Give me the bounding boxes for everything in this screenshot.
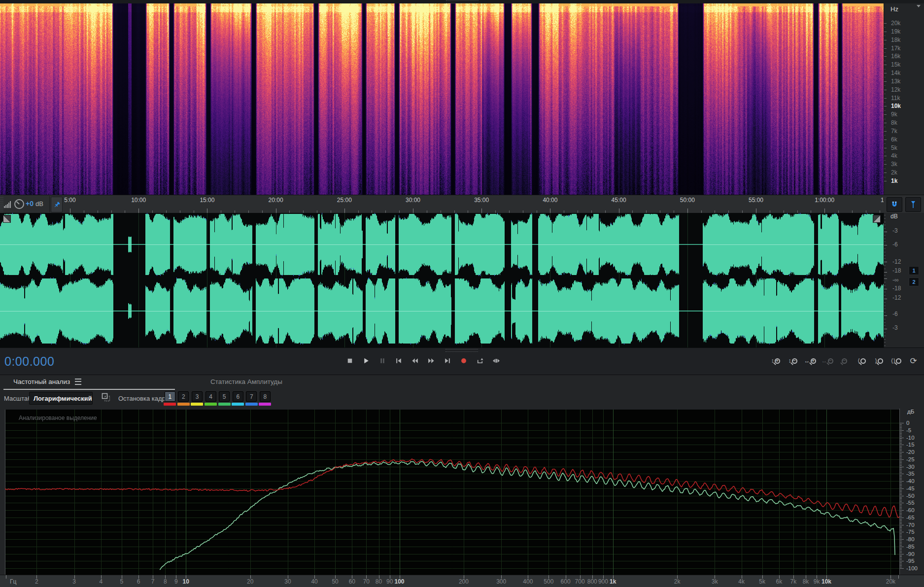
gain-display[interactable]: +0 dB	[26, 200, 43, 207]
hold-button-8[interactable]: 8	[260, 391, 271, 402]
tick	[900, 493, 902, 493]
play-button[interactable]	[360, 354, 373, 367]
zoom-in-time-button[interactable]: ↔+	[803, 354, 817, 367]
panel-grip[interactable]	[445, 349, 478, 352]
scale-dropdown-value: Логарифмический	[34, 395, 92, 402]
db-tick-label: -10	[906, 435, 915, 441]
frequency-tick-label: 5	[120, 578, 123, 585]
hold-button-1[interactable]: 1	[165, 391, 175, 402]
stop-button[interactable]	[343, 354, 356, 367]
tab-frequency-analysis[interactable]: Частотный анализ	[13, 378, 81, 385]
frequency-tick-label: 8	[164, 578, 167, 585]
skip-end-icon	[444, 357, 451, 365]
amplitude-tick-label: -3	[892, 228, 898, 234]
zoom-out-full-button[interactable]: −	[838, 354, 851, 367]
levels-icon[interactable]	[3, 200, 12, 210]
channel-badge-1[interactable]: 1	[909, 266, 919, 275]
hold-button-7[interactable]: 7	[246, 391, 257, 402]
tab-amplitude-statistics[interactable]: Статистика Амплитуды	[210, 378, 282, 385]
tick	[884, 275, 886, 276]
skip-start-icon	[395, 357, 403, 365]
frequency-analysis-panel: Частотный анализ Статистика Амплитуды Ма…	[0, 375, 924, 587]
frequency-tick-label: 2k	[891, 169, 897, 176]
tick	[900, 568, 904, 569]
frequency-tick-label: 500	[544, 578, 553, 585]
tick	[884, 269, 886, 269]
tick	[884, 65, 887, 65]
waveform-canvas[interactable]	[0, 213, 884, 347]
pin-button[interactable]	[51, 197, 63, 212]
pause-button[interactable]	[376, 354, 389, 367]
panel-menu-caret-icon[interactable]	[917, 5, 921, 7]
hold-button-3[interactable]: 3	[192, 391, 203, 402]
fast-forward-button[interactable]	[425, 354, 438, 367]
zoom-out-time-button[interactable]: ↔−	[821, 354, 834, 367]
tick	[900, 498, 902, 499]
hold-button-5[interactable]: 5	[219, 391, 230, 402]
tick	[900, 469, 902, 470]
zoom-in-amplitude-button[interactable]: ↕+	[769, 354, 782, 367]
zoom-selection-button[interactable]: ⟨⟩	[890, 354, 903, 367]
tick	[900, 504, 902, 505]
db-tick-label: -5	[906, 428, 911, 433]
tick	[900, 471, 902, 471]
panel-grip[interactable]	[0, 0, 924, 3]
snap-button[interactable]	[887, 197, 902, 212]
divider	[49, 196, 50, 212]
record-button[interactable]	[457, 354, 470, 367]
tick	[900, 443, 902, 444]
skip-to-start-button[interactable]	[392, 354, 405, 367]
tick	[900, 518, 904, 518]
tick	[900, 433, 902, 434]
tick	[884, 319, 886, 319]
tick	[884, 292, 886, 292]
tick	[884, 285, 886, 286]
marker-button[interactable]	[905, 197, 921, 212]
frequency-graph[interactable]	[5, 410, 899, 575]
zoom-out-amplitude-button[interactable]: ↕−	[786, 354, 799, 367]
tick	[900, 559, 902, 560]
tick	[884, 222, 886, 222]
db-tick-label: -45	[906, 486, 915, 491]
tick	[900, 472, 902, 473]
tick	[900, 446, 902, 447]
panel-menu-icon[interactable]	[75, 379, 81, 385]
time-display[interactable]: 0:00.000	[4, 354, 54, 369]
fade-out-handle[interactable]	[873, 215, 881, 223]
loop-playback-button[interactable]	[474, 354, 486, 367]
skip-selection-button[interactable]	[490, 354, 503, 367]
hold-button-6[interactable]: 6	[233, 391, 243, 402]
magnifier-icon: −	[842, 358, 847, 364]
zoom-playhead-button[interactable]: ⟳	[907, 354, 920, 367]
skip-to-end-button[interactable]	[441, 354, 454, 367]
timeline-grip[interactable]	[0, 195, 3, 213]
frequency-graph-canvas[interactable]	[5, 410, 899, 575]
hold-button-4[interactable]: 4	[205, 391, 216, 402]
spectrogram-canvas[interactable]	[0, 3, 884, 195]
spectrogram-view[interactable]	[0, 3, 884, 195]
tick	[884, 61, 886, 61]
hold-button-2[interactable]: 2	[178, 391, 189, 402]
tick	[900, 519, 902, 519]
timeline-ruler[interactable]: +0 dB 5:0010:0015:0020:0025:0030:0035:00…	[0, 195, 884, 213]
clock-icon[interactable]	[13, 198, 25, 212]
timeline-label: 20:00	[269, 197, 283, 204]
tick	[884, 69, 886, 69]
tick	[884, 302, 886, 303]
rewind-button[interactable]	[409, 354, 421, 367]
zoom-selection-in-point-button[interactable]: ⟨	[855, 354, 868, 367]
amplitude-ruler: dB -3-6-12-18-∞-18-12-6-312	[884, 213, 924, 347]
amplitude-ruler-unit: dB	[890, 213, 898, 220]
record-icon	[460, 357, 468, 365]
fast-forward-icon	[427, 357, 435, 365]
tick	[884, 35, 886, 36]
scale-dropdown[interactable]: Логарифмический	[29, 392, 93, 405]
waveform-view[interactable]	[0, 213, 884, 347]
fade-in-handle[interactable]	[3, 215, 11, 223]
copy-graph-button[interactable]	[100, 392, 112, 404]
db-tick-label: -55	[906, 500, 915, 506]
tick	[884, 245, 887, 245]
channel-badge-2[interactable]: 2	[909, 277, 919, 286]
tick	[884, 232, 887, 232]
zoom-selection-out-point-button[interactable]: ⟩	[872, 354, 886, 367]
